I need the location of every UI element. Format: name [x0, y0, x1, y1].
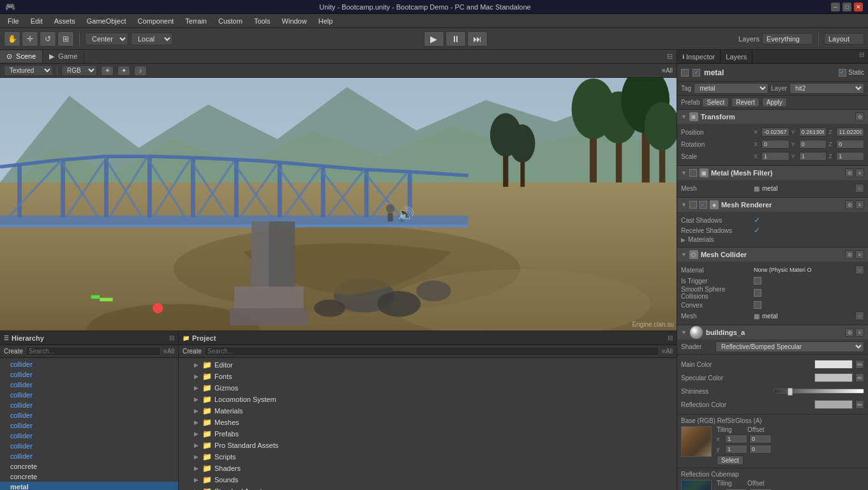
- main-color-edit-icon[interactable]: ✏: [855, 360, 864, 369]
- main-color-swatch[interactable]: [814, 360, 853, 369]
- shininess-slider-handle[interactable]: [788, 388, 793, 396]
- list-item[interactable]: ▶ 📁 Pro Standard Assets: [179, 440, 677, 451]
- project-expand[interactable]: ⊟: [668, 334, 673, 341]
- specular-color-edit-icon[interactable]: ✏: [855, 373, 864, 382]
- offset-x-input[interactable]: [749, 434, 772, 443]
- reflection-texture-preview[interactable]: [681, 480, 712, 490]
- menu-file[interactable]: File: [3, 16, 24, 26]
- move-tool-button[interactable]: ✛: [22, 31, 38, 47]
- active-checkbox[interactable]: ✓: [692, 69, 700, 77]
- is-trigger-checkbox[interactable]: [754, 277, 761, 285]
- hand-tool-button[interactable]: ✋: [4, 31, 20, 47]
- scale-y-input[interactable]: [799, 152, 827, 161]
- mesh-collider-settings-icon[interactable]: ⚙: [845, 250, 854, 259]
- hierarchy-create-label[interactable]: Create: [4, 348, 23, 355]
- list-item[interactable]: ▶ 📁 Shaders: [179, 463, 677, 474]
- menu-help[interactable]: Help: [313, 16, 338, 26]
- pos-y-input[interactable]: [799, 128, 827, 137]
- tiling-y-input[interactable]: [725, 445, 747, 454]
- project-search[interactable]: [204, 346, 659, 356]
- project-create-label[interactable]: Create: [183, 348, 202, 355]
- layer-select[interactable]: hit2Default: [789, 83, 864, 94]
- pos-z-input[interactable]: [836, 128, 864, 137]
- apply-button[interactable]: Apply: [762, 98, 787, 107]
- list-item[interactable]: collider: [0, 451, 178, 461]
- render-mode-select[interactable]: TexturedWireframe: [4, 65, 53, 76]
- list-item[interactable]: ▶ 📁 Fonts: [179, 371, 677, 382]
- scale-z-input[interactable]: [836, 152, 864, 161]
- select-button[interactable]: Select: [702, 98, 729, 107]
- material-header[interactable]: ▼ buildings_a ⚙ ≡: [677, 325, 868, 339]
- mesh-filter-menu-icon[interactable]: ≡: [855, 168, 864, 177]
- collider-material-select-icon[interactable]: ○: [855, 265, 864, 274]
- scale-x-input[interactable]: [761, 152, 789, 161]
- shader-select[interactable]: Reflective/Bumped Specular: [715, 341, 864, 352]
- material-menu-icon[interactable]: ≡: [855, 328, 864, 337]
- scene-audio-btn[interactable]: ♪: [134, 66, 147, 76]
- list-item[interactable]: collider: [0, 359, 178, 369]
- list-item[interactable]: collider: [0, 441, 178, 451]
- mesh-select-icon[interactable]: ○: [855, 184, 864, 193]
- step-button[interactable]: ⏭: [467, 31, 488, 47]
- pause-button[interactable]: ⏸: [445, 31, 466, 47]
- inspector-expand[interactable]: ⊟: [855, 50, 868, 63]
- hierarchy-expand[interactable]: ⊟: [169, 334, 174, 341]
- material-settings-icon[interactable]: ⚙: [845, 328, 854, 337]
- local-global-select[interactable]: LocalGlobal: [131, 33, 173, 45]
- scene-light-btn[interactable]: ☀: [101, 66, 114, 76]
- transform-header[interactable]: ▼ ⊞ Transform ⚙: [677, 110, 868, 124]
- reflection-color-edit-icon[interactable]: ✏: [855, 400, 864, 409]
- center-pivot-select[interactable]: CenterPivot: [85, 33, 128, 45]
- list-item[interactable]: ▶ 📁 Meshes: [179, 417, 677, 428]
- minimize-button[interactable]: ─: [831, 3, 840, 11]
- menu-edit[interactable]: Edit: [26, 16, 48, 26]
- viewport-expand[interactable]: ⊟: [663, 51, 677, 62]
- list-item[interactable]: concrete: [0, 461, 178, 471]
- list-item[interactable]: ▶ 📁 Locomotion System: [179, 394, 677, 405]
- list-item[interactable]: ▶ 📁 Sounds: [179, 474, 677, 486]
- menu-component[interactable]: Component: [132, 16, 179, 26]
- game-tab[interactable]: ▶ Game: [43, 50, 84, 63]
- tiling-x-input[interactable]: [725, 434, 747, 443]
- layers-tab[interactable]: Layers: [721, 50, 752, 63]
- menu-terrain[interactable]: Terrain: [180, 16, 212, 26]
- mesh-renderer-settings-icon[interactable]: ⚙: [845, 200, 854, 209]
- enable-checkbox[interactable]: [681, 69, 689, 77]
- tag-select[interactable]: metalUntagged: [694, 83, 768, 94]
- menu-gameobject[interactable]: GameObject: [82, 16, 131, 26]
- menu-custom[interactable]: Custom: [213, 16, 248, 26]
- layout-dropdown[interactable]: LayoutDefault2 by 3: [824, 33, 864, 45]
- mesh-collider-menu-icon[interactable]: ≡: [855, 250, 864, 259]
- list-item[interactable]: ▶ 📁 Standard Assets: [179, 486, 677, 490]
- list-item-metal[interactable]: metal: [0, 482, 178, 490]
- mesh-filter-enable[interactable]: [689, 169, 697, 177]
- maximize-button[interactable]: □: [842, 3, 851, 11]
- mesh-filter-settings-icon[interactable]: ⚙: [845, 168, 854, 177]
- list-item[interactable]: ▶ 📁 Scripts: [179, 451, 677, 463]
- reflection-color-swatch[interactable]: [814, 400, 853, 409]
- list-item[interactable]: collider: [0, 380, 178, 390]
- list-item[interactable]: collider: [0, 431, 178, 441]
- color-mode-select[interactable]: RGBAlpha: [61, 65, 97, 76]
- static-checkbox[interactable]: ✓: [839, 69, 846, 77]
- materials-row[interactable]: ▶ Materials: [681, 236, 864, 243]
- specular-color-swatch[interactable]: [814, 373, 853, 382]
- list-item[interactable]: ▶ 📁 Materials: [179, 405, 677, 417]
- rot-y-input[interactable]: [799, 140, 827, 149]
- offset-y-input[interactable]: [749, 445, 772, 454]
- layers-dropdown[interactable]: EverythingNothingDefault: [762, 33, 813, 45]
- menu-window[interactable]: Window: [277, 16, 312, 26]
- inspector-tab[interactable]: ℹ Inspector: [677, 50, 721, 63]
- rot-x-input[interactable]: [761, 140, 789, 149]
- transform-settings-icon[interactable]: ⚙: [855, 112, 864, 121]
- list-item[interactable]: concrete: [0, 471, 178, 482]
- base-texture-preview[interactable]: [681, 426, 712, 457]
- scale-tool-button[interactable]: ⊞: [57, 31, 74, 47]
- list-item[interactable]: collider: [0, 410, 178, 420]
- revert-button[interactable]: Revert: [731, 98, 759, 107]
- play-button[interactable]: ▶: [424, 31, 444, 47]
- scene-tab[interactable]: ⊙ Scene: [0, 50, 43, 63]
- rot-z-input[interactable]: [836, 140, 864, 149]
- convex-checkbox[interactable]: [754, 301, 761, 309]
- list-item[interactable]: collider: [0, 420, 178, 431]
